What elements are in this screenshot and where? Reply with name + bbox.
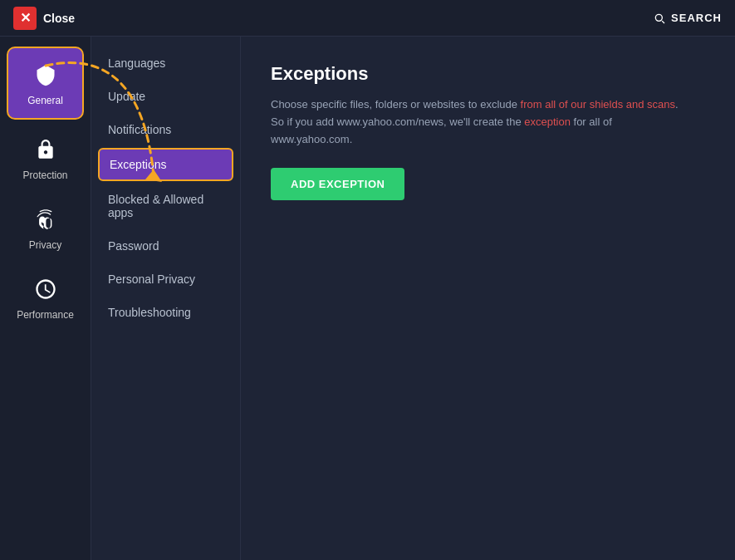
sidebar-item-privacy[interactable]: Privacy [0,193,91,263]
fingerprint-icon [31,204,61,234]
sidebar-item-general-label: General [27,95,63,106]
sub-nav-update[interactable]: Update [91,80,240,113]
sub-nav-troubleshooting[interactable]: Troubleshooting [91,296,240,329]
sidebar-item-general[interactable]: General [7,47,84,120]
search-icon [653,12,666,25]
sidebar-item-privacy-label: Privacy [29,239,61,251]
shield-icon [31,60,61,90]
sub-nav: Languages Update Notifications Exception… [91,37,241,560]
page-title: Exceptions [271,63,705,85]
content-description: Choose specific files, folders or websit… [271,96,686,148]
main-layout: General Protection Privacy [0,37,735,560]
close-button[interactable]: ✕ Close [13,7,75,30]
sidebar-item-protection-label: Protection [22,169,67,181]
sub-nav-blocked-allowed[interactable]: Blocked & Allowed apps [91,183,240,229]
lock-icon [31,135,61,165]
sub-nav-password[interactable]: Password [91,229,240,263]
title-bar: ✕ Close SEARCH [0,0,735,37]
search-label: SEARCH [671,12,722,24]
icon-nav: General Protection Privacy [0,37,91,560]
search-button[interactable]: SEARCH [653,12,722,25]
sub-nav-languages[interactable]: Languages [91,47,240,80]
close-label: Close [43,12,75,25]
close-x-icon: ✕ [13,7,37,30]
sub-nav-exceptions[interactable]: Exceptions [98,148,233,181]
sidebar-item-performance-label: Performance [17,309,74,321]
add-exception-button[interactable]: ADD EXCEPTION [271,168,404,200]
content-area: Exceptions Choose specific files, folder… [241,37,735,560]
sub-nav-personal-privacy[interactable]: Personal Privacy [91,263,240,296]
sidebar-item-protection[interactable]: Protection [0,123,91,193]
sidebar-item-performance[interactable]: Performance [0,263,91,332]
gauge-icon [31,274,61,304]
sub-nav-notifications[interactable]: Notifications [91,113,240,146]
